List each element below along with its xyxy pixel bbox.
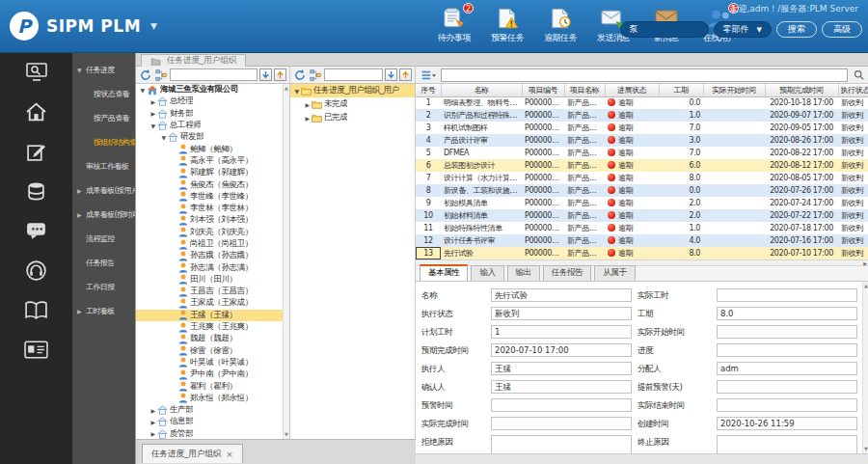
field-input-right-5[interactable] — [717, 380, 857, 394]
table-row[interactable]: 6总装图初步设计P000000X...新产品开...逾期6.02020-08-1… — [416, 159, 868, 172]
org-tree-node[interactable]: 王猛（王猛） — [136, 310, 289, 321]
table-row[interactable]: 5DFMEAP000000X...新产品开...逾期7.02020-08-22 … — [416, 147, 868, 159]
table-row[interactable]: 4产品设计评审P000000X...新产品开...逾期3.02020-08-26… — [416, 134, 868, 147]
org-tree-node[interactable]: 徐雷（徐雷） — [136, 345, 289, 357]
chevron-right-icon[interactable]: ▶ — [303, 115, 312, 122]
chevron-down-icon[interactable]: ▼ — [138, 87, 147, 94]
scroll-up-icon[interactable]: ▲ — [284, 85, 289, 92]
field-input-left-7[interactable] — [491, 417, 632, 430]
column-header[interactable]: 项目名称 — [564, 84, 605, 96]
global-search-input[interactable] — [620, 21, 709, 38]
expand-all-button[interactable] — [259, 68, 272, 81]
column-header[interactable]: 执行状态 — [838, 84, 868, 96]
org-tree-node[interactable]: ▶生产部 — [136, 404, 289, 416]
sidebar-item-8[interactable]: 任务报告 — [72, 251, 135, 275]
org-tree-node[interactable]: ▶总经理 — [136, 96, 289, 107]
field-input-left-2[interactable]: 1 — [491, 325, 632, 339]
org-tree-node[interactable]: 叶昊诚（叶昊诚） — [136, 357, 289, 368]
field-input-right-1[interactable]: 8.0 — [717, 307, 857, 320]
column-header[interactable]: 实际开始时间 — [703, 84, 765, 96]
org-tree-node[interactable]: 李世林（李世林） — [136, 203, 289, 214]
org-tree-node[interactable]: 孙吉娥（孙吉娥） — [136, 250, 289, 261]
org-structure-icon[interactable] — [309, 68, 322, 82]
detail-tab-0[interactable]: 基本属性 — [420, 264, 468, 281]
org-tree-node[interactable]: ▶信息部 — [136, 416, 289, 427]
chevron-right-icon[interactable]: ▶ — [149, 407, 157, 414]
scroll-up-icon[interactable]: ▲ — [863, 283, 868, 289]
sidebar-item-1[interactable]: 按状态查看 — [72, 82, 135, 106]
field-input-right-6[interactable] — [717, 398, 857, 412]
chevron-right-icon[interactable]: ▶ — [149, 110, 157, 117]
table-row[interactable]: 8新设备、工装和设施要求（...P000000X...新产品开...逾期0.02… — [416, 184, 868, 197]
field-input-right-7[interactable]: 2020-10-26 11:59 — [717, 417, 857, 430]
chevron-right-icon[interactable]: ▶ — [303, 101, 312, 108]
field-input-right-2[interactable] — [717, 325, 857, 339]
org-structure-icon[interactable] — [154, 68, 168, 82]
org-tree-node[interactable]: 鲍鲫（鲍鲫） — [136, 143, 289, 154]
field-input-right-4[interactable]: adm — [717, 362, 857, 375]
org-tree-node[interactable]: 翟利（翟利） — [136, 380, 289, 392]
field-input-left-5[interactable]: 王猛 — [491, 380, 632, 394]
org-tree-node[interactable]: 李世峰（李世峰） — [136, 191, 289, 203]
database-icon[interactable] — [22, 178, 51, 204]
org-tree-node[interactable]: 王家成（王家成） — [136, 297, 289, 309]
task-tree-node[interactable]: ▶已完成 — [290, 111, 415, 124]
org-tree-node[interactable]: 尚祖卫（尚祖卫） — [136, 238, 289, 250]
home-icon[interactable] — [22, 99, 51, 124]
bottom-tab[interactable]: 任务进度_用户组织 × — [142, 444, 243, 463]
field-input-left-0[interactable]: 先行试验 — [491, 288, 632, 302]
table-row[interactable]: 12设计任务书评审P000000X...新产品开...逾期4.02020-07-… — [416, 234, 868, 247]
search-button[interactable]: 搜索 — [776, 21, 817, 38]
sidebar-item-2[interactable]: 按产品查看 — [72, 106, 135, 130]
sidebar-item-0[interactable]: ▼任务进度 — [72, 58, 135, 82]
org-tree-filter-input[interactable] — [170, 68, 258, 81]
column-header[interactable]: 工期 — [659, 84, 703, 96]
collapse-all-button[interactable] — [274, 68, 286, 81]
sidebar-item-4[interactable]: 审核工作看板 — [72, 154, 135, 178]
toolbar-item-overdue-tasks[interactable]: 逾期任务 — [538, 6, 583, 44]
org-tree-node[interactable]: ▼海城三鱼泵业有限公司 — [136, 84, 289, 96]
monitor-icon[interactable] — [22, 60, 51, 85]
edit-icon[interactable] — [22, 139, 51, 164]
detail-tab-3[interactable]: 任务报告 — [543, 265, 591, 281]
field-input-left-6[interactable] — [491, 398, 632, 412]
advanced-search-button[interactable]: 高级 — [822, 21, 862, 38]
toolbar-item-todo-items[interactable]: 待办事项2 — [432, 6, 476, 44]
org-tree-node[interactable]: 魏超（魏超） — [136, 333, 289, 344]
table-row[interactable]: 9初始模具清单P000000X...新产品开...逾期2.02020-07-24… — [416, 197, 868, 209]
table-row[interactable]: 2识别产品和过程特殊特性P000000X...新产品开...逾期1.02020-… — [416, 109, 868, 122]
field-input-left-3[interactable]: 2020-07-10 17:00 — [491, 343, 632, 357]
workspace-tab[interactable]: 任务进度_用户组织 — [141, 54, 246, 67]
chevron-down-icon[interactable]: ▼ — [149, 123, 157, 129]
task-tree-filter-input[interactable] — [324, 68, 383, 81]
org-tree-node[interactable]: 孙志满（孙志满） — [136, 261, 289, 273]
detail-tab-2[interactable]: 输出 — [507, 265, 540, 281]
refresh-icon[interactable] — [139, 68, 152, 82]
field-input-right-3[interactable] — [717, 343, 857, 357]
idcard-icon[interactable] — [22, 337, 51, 362]
app-logo[interactable]: P SIPM PLM ▼ — [10, 12, 157, 41]
table-filter-input[interactable] — [441, 68, 848, 82]
chevron-right-icon[interactable]: ▶ — [149, 98, 157, 105]
column-header[interactable]: 序号 — [416, 84, 441, 96]
sidebar-item-6[interactable]: ▶成果看板(按时间) — [72, 203, 135, 227]
org-tree-node[interactable]: 尹中南（尹中南） — [136, 368, 289, 380]
table-row[interactable]: 11初始特殊特性清单P000000X...新产品开...逾期1.02020-07… — [416, 222, 868, 234]
table-row[interactable]: 10初始材料清单P000000X...新产品开...逾期2.02020-07-2… — [416, 209, 868, 222]
org-tree-node[interactable]: 高永平（高永平） — [136, 155, 289, 167]
chevron-right-icon[interactable]: ▶ — [149, 430, 157, 437]
column-header[interactable]: 名称 — [441, 84, 522, 96]
detail-tab-4[interactable]: 从属于 — [594, 265, 635, 281]
org-tree-node[interactable]: 郑永恒（郑永恒） — [136, 393, 289, 404]
org-tree-node[interactable]: ▼研发部 — [136, 131, 289, 143]
sidebar-item-10[interactable]: ▶工时看板 — [72, 299, 135, 323]
field-input-right-0[interactable] — [717, 288, 857, 302]
org-tree-node[interactable]: ▶质管部 — [136, 428, 289, 439]
detail-scrollbar[interactable]: ▲▼ — [862, 282, 868, 453]
search-icon[interactable] — [852, 68, 865, 82]
table-row[interactable]: 7设计计算（水力计算、电磁...P000000X...新产品开...逾期8.02… — [416, 172, 868, 184]
org-tree-node[interactable]: 焦俊杰（焦俊杰） — [136, 178, 289, 190]
field-input-left-1[interactable]: 新收到 — [491, 307, 632, 320]
org-tree-node[interactable]: 王昌吉（王昌吉） — [136, 286, 289, 297]
org-tree-node[interactable]: 田川（田川） — [136, 274, 289, 286]
